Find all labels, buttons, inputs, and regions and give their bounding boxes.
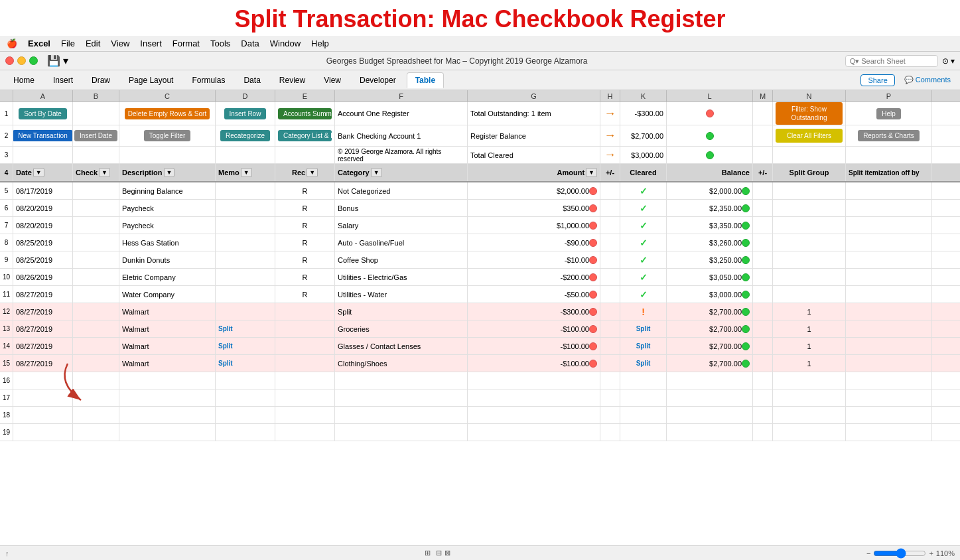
cell-date[interactable]: 08/27/2019 [13, 355, 73, 372]
cell-memo[interactable] [216, 372, 275, 389]
tab-table[interactable]: Table [407, 72, 444, 88]
desc-filter-button[interactable]: ▼ [164, 168, 175, 177]
minimize-button[interactable] [17, 56, 26, 65]
cell-rec[interactable] [275, 303, 335, 320]
cell-category[interactable]: Glasses / Contact Lenses [335, 338, 468, 354]
cell-category[interactable]: Utilities - Electric/Gas [335, 269, 468, 285]
cell-rec[interactable]: R [275, 286, 335, 303]
cell-memo[interactable]: Split [216, 338, 275, 354]
amount-filter-button[interactable]: ▼ [586, 168, 597, 177]
search-input[interactable] [845, 55, 938, 67]
cell-description[interactable]: Paycheck [119, 217, 216, 234]
cell-plusminus[interactable] [600, 251, 620, 268]
page-view-icon[interactable]: ⊟ [436, 549, 442, 557]
cell-cleared[interactable]: ✓ [620, 251, 667, 268]
cell-check[interactable] [73, 372, 119, 389]
cell-cleared[interactable]: Split [620, 355, 667, 372]
cell-cleared[interactable]: ✓ [620, 286, 667, 303]
cell-rec[interactable] [275, 389, 335, 406]
cell-2p[interactable]: Reports & Charts [846, 125, 932, 146]
cell-check[interactable] [73, 251, 119, 268]
cell-memo[interactable] [216, 269, 275, 285]
cell-category[interactable]: Salary [335, 217, 468, 234]
cell-rec[interactable]: R [275, 217, 335, 234]
cell-plusminus[interactable] [600, 234, 620, 251]
cell-plusminus[interactable] [600, 217, 620, 234]
cell-amount[interactable] [468, 407, 600, 423]
filter-show-outstanding-button[interactable]: Filter: Show Outstanding [776, 102, 843, 125]
cell-date[interactable]: 08/27/2019 [13, 338, 73, 354]
cell-check[interactable] [73, 303, 119, 320]
cell-description[interactable]: Walmart [119, 338, 216, 354]
cell-cleared[interactable]: ✓ [620, 200, 667, 216]
menu-data[interactable]: Data [241, 38, 259, 48]
tab-page-layout[interactable]: Page Layout [121, 73, 181, 88]
cell-1d[interactable]: Insert Row [216, 102, 275, 125]
cell-date[interactable]: 08/27/2019 [13, 320, 73, 337]
recategorize-button[interactable]: Recategorize [220, 130, 270, 141]
cell-2d[interactable]: Recategorize [216, 125, 275, 146]
cell-memo[interactable] [216, 424, 275, 441]
cell-plusminus[interactable] [600, 407, 620, 423]
cell-category[interactable]: Groceries [335, 320, 468, 337]
cell-rec[interactable] [275, 372, 335, 389]
tab-view[interactable]: View [316, 73, 349, 88]
delete-empty-rows-button[interactable]: Delete Empty Rows & Sort [125, 108, 210, 119]
cell-description[interactable]: Eletric Company [119, 269, 216, 285]
cell-plusminus[interactable] [600, 269, 620, 285]
cell-cleared[interactable]: ✓ [620, 217, 667, 234]
cell-plusminus[interactable] [600, 286, 620, 303]
cell-description[interactable] [119, 407, 216, 423]
check-filter-button[interactable]: ▼ [99, 168, 110, 177]
cell-description[interactable]: Walmart [119, 320, 216, 337]
cell-memo[interactable] [216, 286, 275, 303]
zoom-slider[interactable] [873, 548, 926, 559]
cell-plusminus[interactable] [600, 389, 620, 406]
cell-memo[interactable] [216, 217, 275, 234]
cell-amount[interactable] [468, 372, 600, 389]
cell-category[interactable]: Split [335, 303, 468, 320]
cell-description[interactable] [119, 389, 216, 406]
cell-check[interactable] [73, 320, 119, 337]
cell-rec[interactable]: R [275, 269, 335, 285]
cell-date[interactable] [13, 407, 73, 423]
cell-memo[interactable]: Split [216, 355, 275, 372]
cell-description[interactable]: Dunkin Donuts [119, 251, 216, 268]
menu-help[interactable]: Help [311, 38, 329, 48]
tab-insert[interactable]: Insert [45, 73, 81, 88]
cell-amount[interactable] [468, 424, 600, 441]
cell-2b[interactable]: Insert Date [73, 125, 119, 146]
cell-amount[interactable]: $1,000.00 [468, 217, 600, 234]
apple-menu[interactable]: 🍎 [7, 38, 17, 48]
cell-1a[interactable]: Sort By Date [13, 102, 73, 125]
cell-cleared[interactable]: Split [620, 320, 667, 337]
cell-1p[interactable]: Help [846, 102, 932, 125]
cell-description[interactable]: Water Company [119, 286, 216, 303]
category-list-budget-button[interactable]: Category List & Budget [278, 130, 332, 141]
cell-amount[interactable]: -$100.00 [468, 320, 600, 337]
cell-rec[interactable] [275, 424, 335, 441]
close-button[interactable] [5, 56, 14, 65]
cell-date[interactable]: 08/26/2019 [13, 269, 73, 285]
cell-check[interactable] [73, 182, 119, 199]
cell-category[interactable]: Not Categorized [335, 182, 468, 199]
cell-description[interactable] [119, 424, 216, 441]
date-filter-button[interactable]: ▼ [33, 168, 44, 177]
cell-memo[interactable]: Split [216, 320, 275, 337]
cell-rec[interactable]: R [275, 251, 335, 268]
cell-cleared[interactable]: Split [620, 338, 667, 354]
cell-amount[interactable]: -$90.00 [468, 234, 600, 251]
grid-view-icon[interactable]: ⊞ [425, 549, 431, 557]
menu-insert[interactable]: Insert [140, 38, 162, 48]
cell-cleared[interactable] [620, 407, 667, 423]
save-icon[interactable]: 💾 ▾ [47, 54, 68, 67]
cell-2n[interactable]: Clear All Filters [773, 125, 846, 146]
cell-rec[interactable]: R [275, 234, 335, 251]
cell-memo[interactable] [216, 407, 275, 423]
insert-row-button[interactable]: Insert Row [224, 108, 267, 119]
cell-amount[interactable]: -$10.00 [468, 251, 600, 268]
cell-amount[interactable]: -$100.00 [468, 338, 600, 354]
cell-date[interactable]: 08/20/2019 [13, 200, 73, 216]
cell-category[interactable]: Utilities - Water [335, 286, 468, 303]
cell-cleared[interactable] [620, 372, 667, 389]
